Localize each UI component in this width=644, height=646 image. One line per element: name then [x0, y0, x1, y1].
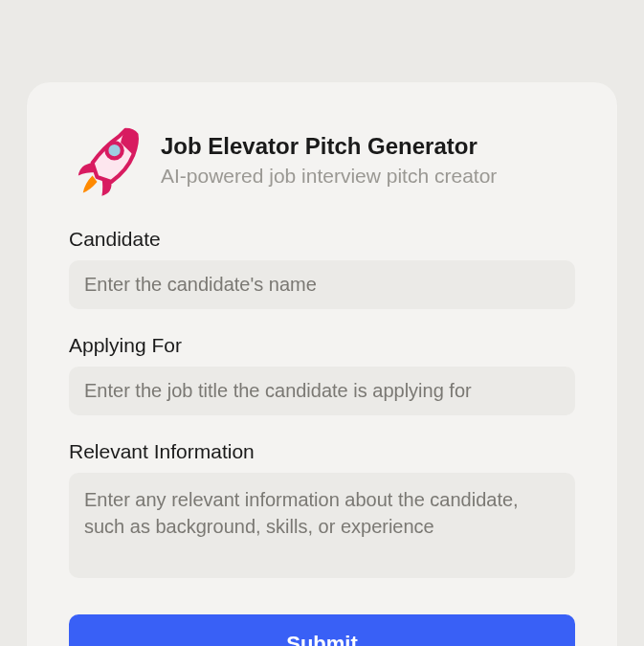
candidate-input[interactable]: [69, 260, 575, 309]
candidate-label: Candidate: [69, 228, 575, 251]
rocket-icon: [69, 121, 147, 199]
submit-button[interactable]: Submit: [69, 614, 575, 646]
relevant-info-textarea[interactable]: [69, 473, 575, 578]
title-block: Job Elevator Pitch Generator AI-powered …: [161, 131, 575, 189]
relevant-info-label: Relevant Information: [69, 440, 575, 463]
applying-for-field-group: Applying For: [69, 334, 575, 415]
relevant-info-field-group: Relevant Information: [69, 440, 575, 582]
svg-point-0: [106, 143, 122, 158]
main-card: Job Elevator Pitch Generator AI-powered …: [27, 82, 617, 646]
app-title: Job Elevator Pitch Generator: [161, 131, 575, 161]
header: Job Elevator Pitch Generator AI-powered …: [69, 121, 575, 199]
applying-for-input[interactable]: [69, 367, 575, 415]
candidate-field-group: Candidate: [69, 228, 575, 309]
app-subtitle: AI-powered job interview pitch creator: [161, 163, 575, 189]
applying-for-label: Applying For: [69, 334, 575, 357]
